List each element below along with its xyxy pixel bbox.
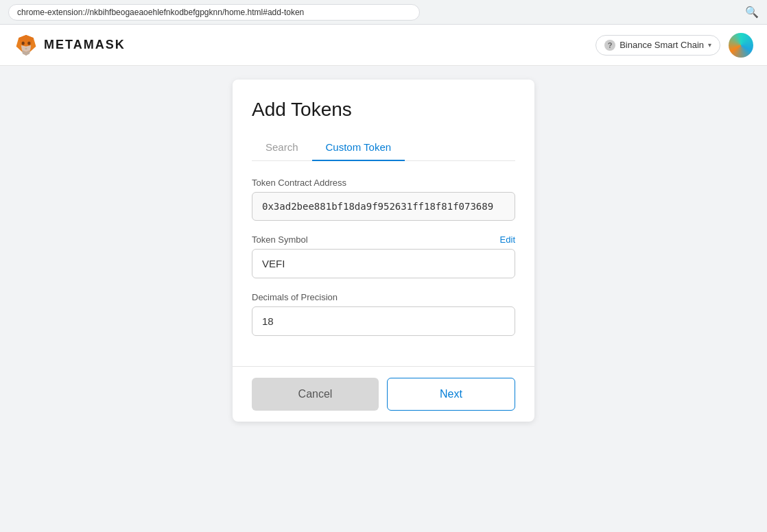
card-footer: Cancel Next xyxy=(233,366,534,422)
contract-address-label: Token Contract Address xyxy=(252,178,346,188)
url-input[interactable] xyxy=(8,4,420,21)
metamask-fox-icon xyxy=(14,33,38,58)
page-title: Add Tokens xyxy=(252,99,515,121)
decimals-group: Decimals of Precision xyxy=(252,292,515,336)
network-selector[interactable]: ? Binance Smart Chain ▾ xyxy=(595,35,720,56)
decimals-label-row: Decimals of Precision xyxy=(252,292,515,302)
decimals-input[interactable] xyxy=(252,306,515,336)
tabs-container: Search Custom Token xyxy=(252,134,515,161)
header-right: ? Binance Smart Chain ▾ xyxy=(595,33,753,58)
main-content: Add Tokens Search Custom Token Token Con… xyxy=(0,66,767,532)
network-label: Binance Smart Chain xyxy=(620,40,704,50)
chevron-down-icon: ▾ xyxy=(708,41,711,49)
token-symbol-label: Token Symbol xyxy=(252,234,308,245)
cancel-button[interactable]: Cancel xyxy=(252,378,379,411)
search-icon[interactable]: 🔍 xyxy=(745,5,759,19)
edit-symbol-button[interactable]: Edit xyxy=(500,234,515,245)
header: METAMASK ? Binance Smart Chain ▾ xyxy=(0,25,767,66)
contract-address-group: Token Contract Address xyxy=(252,178,515,221)
address-bar: 🔍 xyxy=(0,0,767,25)
logo-area: METAMASK xyxy=(14,33,126,58)
tab-search[interactable]: Search xyxy=(252,134,312,161)
add-tokens-card: Add Tokens Search Custom Token Token Con… xyxy=(233,80,534,422)
metamask-logo-text: METAMASK xyxy=(44,38,126,52)
next-button[interactable]: Next xyxy=(387,378,515,411)
contract-address-input[interactable] xyxy=(252,192,515,221)
svg-point-8 xyxy=(27,41,30,45)
decimals-label: Decimals of Precision xyxy=(252,292,338,302)
tab-custom-token[interactable]: Custom Token xyxy=(312,134,405,161)
account-avatar[interactable] xyxy=(729,33,753,58)
contract-address-label-row: Token Contract Address xyxy=(252,178,515,188)
token-symbol-label-row: Token Symbol Edit xyxy=(252,234,515,245)
card-body: Add Tokens Search Custom Token Token Con… xyxy=(233,80,534,366)
network-help-icon: ? xyxy=(604,40,615,51)
token-symbol-group: Token Symbol Edit xyxy=(252,234,515,278)
svg-point-7 xyxy=(22,41,25,45)
token-symbol-input[interactable] xyxy=(252,249,515,278)
